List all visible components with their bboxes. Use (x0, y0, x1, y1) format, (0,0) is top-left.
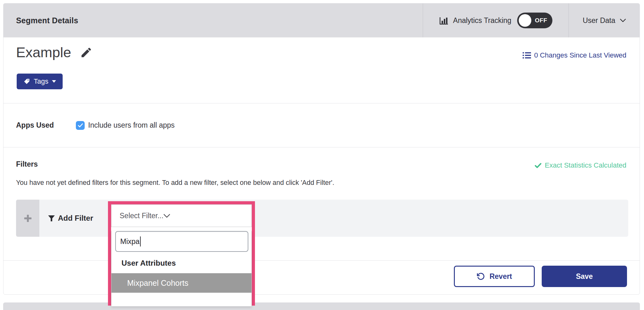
tag-icon (23, 78, 30, 85)
text-cursor (140, 236, 141, 246)
segment-title: Example (16, 44, 93, 61)
card-header: Segment Details Analytics Tracking OFF (3, 3, 640, 37)
changes-link-label: 0 Changes Since Last Viewed (534, 51, 626, 59)
revert-button-label: Revert (489, 272, 512, 281)
dropdown-group-header: User Attributes (121, 259, 251, 268)
checkmark-icon (535, 163, 541, 168)
save-button-label: Save (576, 272, 593, 281)
filter-search-input[interactable]: Mixpa (115, 231, 248, 252)
tags-button-label: Tags (34, 77, 48, 86)
next-panel-top-strip (3, 302, 640, 310)
filter-dropdown-panel: Mixpa User Attributes Mixpanel Cohorts (111, 231, 252, 307)
include-all-apps-checkbox[interactable] (76, 121, 85, 130)
footer-actions: Revert Save (3, 260, 640, 295)
page-title: Segment Details (16, 3, 78, 37)
analytics-tracking-group: Analytics Tracking OFF (423, 3, 568, 37)
filter-search-value: Mixpa (120, 237, 139, 246)
apps-used-label: Apps Used (16, 121, 76, 130)
chevron-down-icon (163, 214, 170, 218)
revert-button[interactable]: Revert (454, 266, 535, 287)
filter-select-value: Select Filter... (120, 212, 163, 220)
analytics-tracking-toggle[interactable]: OFF (517, 13, 552, 28)
filters-description: You have not yet defined filters for thi… (16, 179, 334, 187)
segment-name: Example (16, 44, 71, 61)
save-button[interactable]: Save (542, 266, 627, 287)
tags-button[interactable]: Tags (17, 74, 63, 89)
filters-section: Filters Exact Statistics Calculated You … (3, 147, 640, 260)
dropdown-option-mixpanel-cohorts[interactable]: Mixpanel Cohorts (111, 273, 251, 293)
analytics-tracking-label: Analytics Tracking (453, 16, 511, 25)
toggle-knob (519, 14, 531, 27)
filters-heading: Filters (16, 160, 38, 169)
segment-details-card: Segment Details Analytics Tracking OFF (3, 3, 640, 295)
bar-chart-icon (439, 16, 449, 25)
exact-statistics-label: Exact Statistics Calculated (545, 161, 626, 169)
add-filter-plus-button[interactable] (16, 200, 39, 237)
plus-icon (24, 215, 31, 222)
add-filter-label: Add Filter (48, 214, 93, 223)
exact-statistics-status: Exact Statistics Calculated (535, 161, 626, 169)
include-all-apps-label: Include users from all apps (88, 121, 175, 130)
caret-down-icon (52, 80, 56, 83)
filter-select[interactable]: Select Filter... (111, 204, 252, 227)
user-data-label: User Data (583, 16, 615, 25)
edit-pencil-icon[interactable] (80, 46, 93, 59)
funnel-icon (48, 215, 55, 221)
annotation-highlight-box: Select Filter... Mixpa User Attributes M… (108, 201, 255, 306)
segment-name-section: Example Tags (3, 37, 640, 103)
toggle-state-label: OFF (535, 17, 547, 24)
add-filter-text: Add Filter (58, 214, 93, 223)
list-icon (523, 52, 531, 59)
revert-icon (477, 272, 485, 280)
chevron-down-icon (620, 19, 626, 22)
changes-since-last-viewed-link[interactable]: 0 Changes Since Last Viewed (523, 51, 626, 59)
apps-used-section: Apps Used Include users from all apps (3, 103, 640, 147)
user-data-menu[interactable]: User Data (568, 3, 640, 37)
segment-details-page: Segment Details Analytics Tracking OFF (0, 0, 644, 310)
